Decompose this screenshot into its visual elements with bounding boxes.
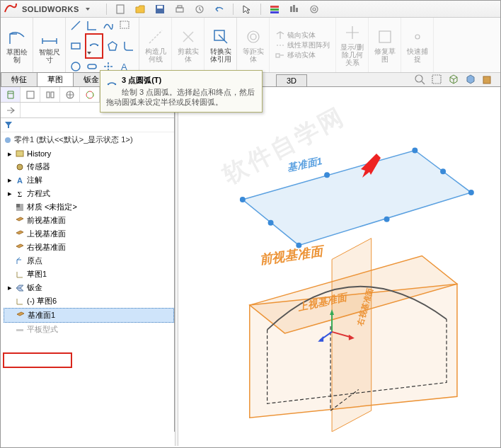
transform-group: 镜向实体 线性草图阵列 移动实体: [270, 18, 336, 72]
tree-root[interactable]: 零件1 (默认<<默认>_显示状态 1>): [1, 132, 174, 147]
rebuild-button[interactable]: [192, 2, 207, 16]
tree-item[interactable]: 上视基准面: [4, 227, 174, 241]
svg-point-64: [384, 217, 390, 222]
tab-3d[interactable]: 3D: [276, 74, 307, 86]
tab-features[interactable]: 特征: [1, 72, 38, 86]
svg-point-18: [71, 62, 80, 71]
construction-geom-button: 构造几何线: [139, 18, 172, 72]
svg-point-34: [108, 84, 109, 85]
corner-tool[interactable]: [85, 19, 99, 32]
arc-tool-highlight: [85, 33, 103, 59]
tree-item[interactable]: ▸Σ方程式: [4, 187, 174, 200]
sketch-shapes-group: A: [66, 18, 139, 72]
convert-entities-button[interactable]: 转换实体引用: [205, 18, 237, 72]
feature-tree: ▸History 传感器 ▸A注解 ▸Σ方程式 材质 <未指定> 前视基准面 上…: [1, 147, 174, 432]
spline-tool[interactable]: [101, 19, 115, 32]
offset-button: 等距实体: [237, 18, 270, 72]
tree-item[interactable]: 草图1: [4, 268, 174, 281]
open-button[interactable]: [132, 2, 148, 16]
svg-point-65: [268, 220, 274, 226]
tree-item[interactable]: (-) 草图6: [4, 294, 174, 308]
tooltip-body: 绘制 3 点圆弧。选择起点和终点，然后拖动圆弧来设定半径或反转圆弧。: [106, 87, 256, 108]
svg-rect-46: [16, 204, 20, 207]
quick-access-toolbar: [105, 2, 322, 16]
zoom-fit-icon[interactable]: [413, 72, 427, 86]
dimxpert-tab[interactable]: [60, 87, 80, 102]
tree-item[interactable]: ▸钣金: [4, 281, 174, 294]
svg-point-12: [311, 6, 318, 13]
svg-rect-36: [27, 91, 34, 98]
display-style-icon[interactable]: [463, 72, 478, 86]
hide-show-icon[interactable]: [480, 72, 495, 86]
svg-rect-33: [483, 76, 490, 84]
smart-dimension-button[interactable]: 智能尺寸: [33, 18, 66, 72]
tab-sketch[interactable]: 草图: [37, 72, 74, 86]
print-button[interactable]: [172, 2, 188, 16]
svg-marker-50: [250, 284, 457, 418]
undo-button[interactable]: [212, 2, 227, 16]
splitter[interactable]: [175, 103, 178, 446]
feature-tree-tab[interactable]: [1, 87, 21, 102]
tree-item[interactable]: 前视基准面: [4, 214, 174, 227]
arc-tool[interactable]: [87, 35, 101, 48]
arc-tooltip: 3 点圆弧(T) 绘制 3 点圆弧。选择起点和终点，然后拖动圆弧来设定半径或反转…: [100, 70, 263, 113]
svg-rect-9: [290, 6, 292, 12]
svg-rect-28: [276, 54, 280, 57]
svg-point-30: [415, 35, 420, 39]
ribbon: 草图绘制 智能尺寸 A 构造几何线: [1, 18, 500, 73]
polygon-tool[interactable]: [105, 40, 120, 52]
line-tool[interactable]: [69, 19, 83, 32]
arc-dropdown-icon[interactable]: [87, 51, 91, 55]
tree-item[interactable]: 右视基准面: [4, 241, 174, 254]
logo-icon: [4, 2, 18, 16]
svg-point-35: [115, 84, 116, 85]
circle-tool[interactable]: [69, 60, 83, 73]
tree-item[interactable]: 传感器: [4, 160, 174, 173]
display-tab[interactable]: [80, 87, 100, 102]
front-plane-label: 前视基准面: [258, 244, 326, 268]
config-tab[interactable]: [40, 87, 60, 102]
svg-rect-47: [16, 329, 23, 331]
settings-button[interactable]: [306, 2, 322, 16]
svg-rect-2: [157, 6, 163, 8]
options-button[interactable]: [287, 2, 302, 16]
select-button[interactable]: [239, 2, 255, 16]
tree-item[interactable]: ▸History: [4, 147, 174, 160]
tree-item[interactable]: 材质 <未指定>: [4, 200, 174, 214]
tree-item[interactable]: 平板型式: [4, 323, 174, 336]
svg-marker-66: [361, 154, 381, 178]
svg-rect-8: [270, 11, 279, 13]
svg-rect-14: [120, 21, 129, 28]
svg-point-42: [5, 137, 11, 143]
filter-row[interactable]: [1, 118, 174, 132]
tree-item-selected[interactable]: 基准面1: [4, 308, 174, 323]
view-orientation-icon[interactable]: [447, 72, 461, 86]
slot-tool[interactable]: [85, 60, 99, 73]
svg-rect-15: [71, 43, 80, 49]
fillet-tool[interactable]: [122, 40, 136, 52]
rectangle-select-tool[interactable]: [117, 19, 132, 32]
save-button[interactable]: [152, 2, 168, 16]
sketch-draw-button[interactable]: 草图绘制: [1, 18, 33, 72]
svg-point-13: [313, 8, 316, 11]
feature-manager-panel: 零件1 (默认<<默认>_显示状态 1>) ▸History 传感器 ▸A注解 …: [1, 87, 175, 432]
svg-point-60: [468, 190, 474, 195]
svg-point-62: [324, 172, 330, 178]
rectangle-tool[interactable]: [69, 40, 83, 52]
app-menu-dropdown[interactable]: [85, 6, 91, 12]
svg-point-31: [415, 75, 422, 82]
svg-rect-32: [432, 75, 441, 84]
svg-point-25: [277, 45, 278, 46]
svg-rect-29: [379, 31, 391, 42]
new-button[interactable]: [113, 2, 128, 16]
selection-filter-button[interactable]: [267, 2, 282, 16]
svg-rect-0: [117, 5, 124, 13]
viewport[interactable]: 软件自学网 基准面1: [175, 87, 500, 432]
tree-item[interactable]: ▸A注解: [4, 173, 174, 187]
zoom-area-icon[interactable]: [430, 72, 444, 86]
panel-expand-tab[interactable]: [1, 103, 21, 117]
tree-selection-callout: [3, 352, 72, 368]
tree-item[interactable]: 原点: [4, 254, 174, 268]
property-tab[interactable]: [21, 87, 40, 102]
quick-snap-button: 快速捕捉: [401, 18, 434, 72]
